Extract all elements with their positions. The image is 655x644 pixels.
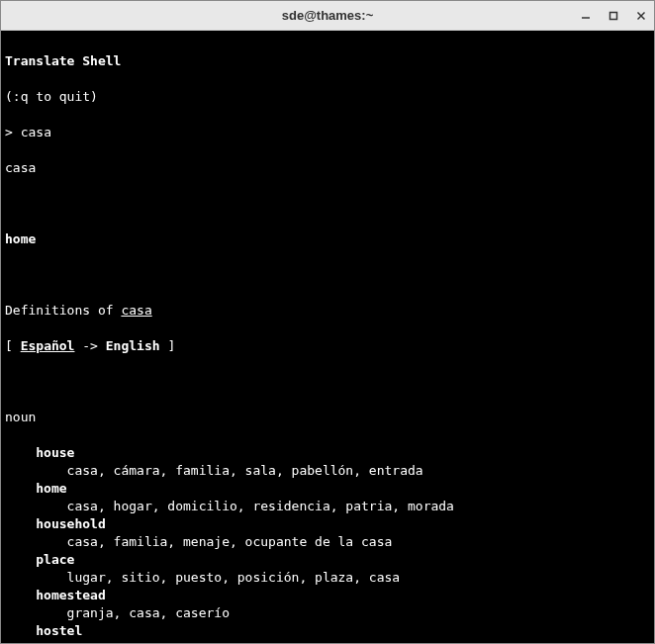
definition-term: place <box>5 551 74 569</box>
definition-related: casa, hogar, domicilio, residencia, patr… <box>5 498 454 515</box>
definitions-label: Definitions of <box>5 303 114 318</box>
lang-arrow: -> <box>82 338 98 353</box>
window-title: sde@thames:~ <box>282 8 374 23</box>
app-header: Translate Shell <box>5 53 121 68</box>
terminal-viewport[interactable]: Translate Shell (:q to quit) > casa casa… <box>1 31 654 643</box>
lang-from: Español <box>21 338 75 353</box>
minimize-icon[interactable] <box>579 9 593 23</box>
part-of-speech: noun <box>5 410 36 424</box>
primary-translation: home <box>5 231 36 246</box>
definition-term: household <box>5 515 106 533</box>
definition-term: home <box>5 480 67 498</box>
query-echo: casa <box>5 160 36 175</box>
definition-entries: housecasa, cámara, familia, sala, pabell… <box>5 444 650 643</box>
definition-related: casa, cámara, familia, sala, pabellón, e… <box>5 462 423 480</box>
prompt: > <box>5 125 13 139</box>
window-controls <box>579 1 648 31</box>
definition-related: granja, casa, caserío <box>5 604 230 622</box>
definitions-word: casa <box>121 303 151 318</box>
lang-to: English <box>106 338 160 353</box>
definition-related: hostal, albergue, parador, hostería, res… <box>5 640 477 643</box>
titlebar: sde@thames:~ <box>1 1 654 31</box>
definition-term: house <box>5 444 74 462</box>
definition-term: homestead <box>5 587 106 604</box>
definition-related: casa, familia, menaje, ocupante de la ca… <box>5 533 392 551</box>
terminal-window: sde@thames:~ Translate Shell (:q to quit… <box>0 0 655 644</box>
lang-close: ] <box>167 338 175 353</box>
svg-rect-1 <box>610 13 617 20</box>
close-icon[interactable] <box>634 9 648 23</box>
maximize-icon[interactable] <box>607 9 620 23</box>
quit-hint: (:q to quit) <box>5 89 98 104</box>
query-text: casa <box>21 125 51 139</box>
definition-related: lugar, sitio, puesto, posición, plaza, c… <box>5 569 400 587</box>
lang-open: [ <box>5 338 13 353</box>
definition-term: hostel <box>5 622 82 640</box>
